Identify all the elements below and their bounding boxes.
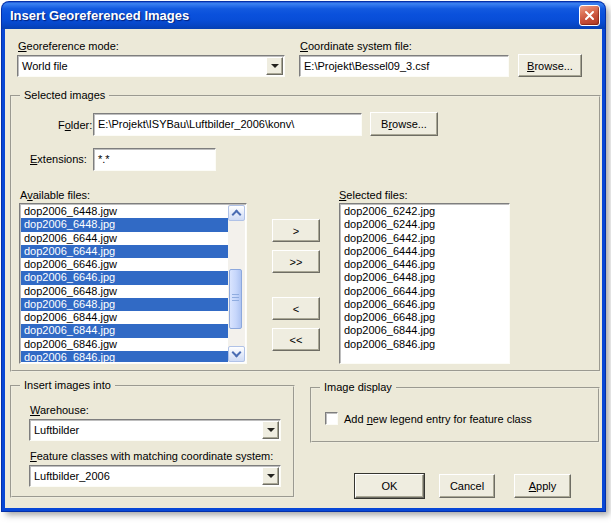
label-text: arehouse:: [40, 404, 89, 416]
scroll-up-button[interactable]: [228, 205, 245, 221]
list-item[interactable]: dop2006_6644.jgw: [21, 232, 228, 245]
scroll-thumb[interactable]: [229, 269, 242, 329]
feature-class-label: Feature classes with matching coordinate…: [30, 450, 273, 463]
transfer-remove-all-button[interactable]: <<: [272, 328, 320, 351]
label-text: C: [300, 40, 308, 52]
list-item[interactable]: dop2006_6446.jpg: [341, 258, 508, 271]
cancel-button[interactable]: Cancel: [439, 474, 495, 498]
label-text: F: [58, 119, 65, 131]
available-files-scrollbar[interactable]: [228, 205, 245, 362]
selected-images-group: Selected images Folder: E:\Projekt\ISYBa…: [10, 95, 601, 372]
label-text: A: [529, 480, 536, 492]
label-text: oordinate system file:: [308, 40, 412, 52]
label-text: B: [381, 118, 388, 130]
feature-class-select[interactable]: Luftbilder_2006: [29, 465, 281, 487]
image-display-group-title: Image display: [320, 381, 396, 394]
warehouse-value: Luftbilder: [34, 423, 79, 438]
list-item[interactable]: dop2006_6644.jpg: [21, 245, 228, 258]
label-text: owse...: [392, 118, 427, 130]
list-item[interactable]: dop2006_6444.jpg: [341, 245, 508, 258]
list-item[interactable]: dop2006_6648.jgw: [21, 285, 228, 298]
label-text: ailable files:: [33, 189, 90, 201]
label-text: pply: [536, 480, 556, 492]
transfer-add-all-button[interactable]: >>: [272, 250, 320, 273]
legend-checkbox-label: Add new legend entry for feature class: [344, 413, 532, 426]
transfer-remove-button[interactable]: <: [272, 297, 320, 320]
label-text: xtensions:: [37, 153, 87, 165]
list-item[interactable]: dop2006_6646.jpg: [21, 271, 228, 284]
selected-images-group-title: Selected images: [20, 89, 109, 102]
warehouse-select[interactable]: Luftbilder: [29, 419, 281, 441]
close-icon: [584, 10, 595, 21]
label-text: Add: [344, 413, 367, 425]
list-item[interactable]: dop2006_6448.jpg: [341, 271, 508, 284]
list-item[interactable]: dop2006_6648.jpg: [341, 311, 508, 324]
list-item[interactable]: dop2006_6242.jpg: [341, 205, 508, 218]
label-text: F: [30, 450, 37, 462]
label-text: rowse...: [534, 60, 573, 72]
extensions-label: Extensions:: [30, 153, 87, 166]
selected-files-list[interactable]: dop2006_6242.jpgdop2006_6244.jpgdop2006_…: [339, 203, 510, 364]
list-item[interactable]: dop2006_6448.jpg: [21, 218, 228, 231]
available-files-list[interactable]: dop2006_6448.jgwdop2006_6448.jpgdop2006_…: [19, 203, 247, 364]
georeference-mode-select[interactable]: World file: [17, 55, 285, 77]
list-item[interactable]: dop2006_6846.jpg: [341, 338, 508, 351]
label-text: elected files:: [346, 189, 407, 201]
dropdown-arrow-icon: [271, 64, 279, 68]
coordinate-browse-button[interactable]: Browse...: [518, 54, 582, 77]
list-item[interactable]: dop2006_6846.jgw: [21, 338, 228, 351]
list-item[interactable]: dop2006_6844.jpg: [341, 324, 508, 337]
insert-into-group: Insert images into Warehouse: Luftbilder…: [10, 385, 295, 498]
list-item[interactable]: dop2006_6646.jgw: [21, 258, 228, 271]
window-title: Insert Georeferenced Images: [10, 8, 579, 23]
label-text: B: [527, 60, 534, 72]
label-text: lder:: [71, 119, 92, 131]
apply-button[interactable]: Apply: [514, 474, 571, 498]
label-text: W: [30, 404, 40, 416]
list-item[interactable]: dop2006_6846.jpg: [21, 351, 228, 362]
warehouse-dropdown-button[interactable]: [262, 421, 279, 439]
folder-label: Folder:: [58, 119, 92, 132]
label-text: ew legend entry for feature class: [373, 413, 532, 425]
titlebar[interactable]: Insert Georeferenced Images: [2, 2, 605, 29]
dropdown-arrow-icon: [267, 474, 275, 478]
scroll-up-icon: [232, 210, 242, 220]
list-item[interactable]: dop2006_6244.jpg: [341, 218, 508, 231]
list-item[interactable]: dop2006_6646.jpg: [341, 298, 508, 311]
ok-button[interactable]: OK: [355, 474, 424, 498]
label-text: G: [18, 40, 27, 52]
label-text: eature classes with matching coordinate …: [37, 450, 274, 462]
list-item[interactable]: dop2006_6442.jpg: [341, 232, 508, 245]
selected-files-label: Selected files:: [339, 189, 408, 202]
list-item[interactable]: dop2006_6448.jgw: [21, 205, 228, 218]
close-button[interactable]: [579, 5, 600, 26]
insert-into-group-title: Insert images into: [20, 379, 115, 392]
feature-class-dropdown-button[interactable]: [262, 467, 279, 485]
extensions-input[interactable]: *.*: [93, 148, 216, 171]
coordinate-file-label: Coordinate system file:: [300, 40, 412, 53]
image-display-group: Image display Add new legend entry for f…: [310, 387, 600, 443]
scroll-down-button[interactable]: [228, 346, 245, 362]
legend-checkbox[interactable]: [325, 412, 338, 425]
coordinate-file-input[interactable]: E:\Projekt\Bessel09_3.csf: [299, 55, 509, 77]
list-item[interactable]: dop2006_6648.jpg: [21, 298, 228, 311]
list-item[interactable]: dop2006_6844.jgw: [21, 311, 228, 324]
dropdown-arrow-icon: [267, 428, 275, 432]
georeference-mode-label: Georeference mode:: [18, 40, 119, 53]
transfer-add-button[interactable]: >: [272, 219, 320, 242]
feature-class-value: Luftbilder_2006: [34, 469, 110, 484]
scroll-down-icon: [232, 348, 242, 358]
dialog-client-area: Georeference mode: World file Coordinate…: [5, 29, 602, 508]
dialog-window: Insert Georeferenced Images Georeference…: [2, 2, 605, 511]
folder-browse-button[interactable]: Browse...: [370, 112, 438, 136]
scroll-thumb-grip-icon: [232, 294, 239, 303]
list-item[interactable]: dop2006_6844.jpg: [21, 324, 228, 337]
warehouse-label: Warehouse:: [30, 404, 89, 417]
available-files-label: Available files:: [20, 189, 90, 202]
georeference-mode-value: World file: [22, 59, 68, 74]
folder-input[interactable]: E:\Projekt\ISYBau\Luftbilder_2006\konv\: [93, 113, 362, 136]
georeference-dropdown-button[interactable]: [266, 57, 283, 75]
label-text: eoreference mode:: [27, 40, 119, 52]
list-item[interactable]: dop2006_6644.jpg: [341, 285, 508, 298]
